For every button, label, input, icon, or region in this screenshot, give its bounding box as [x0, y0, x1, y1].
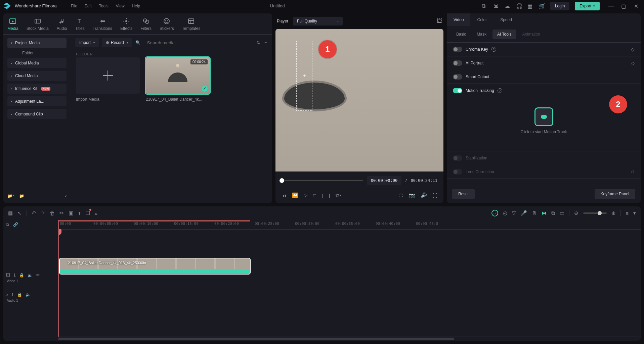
zoom-out-icon[interactable]: ⊖ [574, 210, 578, 216]
timeline-clip[interactable]: 210917_04_Ballet Dancer_4k_013_4k_25000b… [59, 258, 251, 275]
display-icon[interactable]: 🖵 [398, 193, 403, 198]
cloud-icon[interactable]: ☁ [505, 3, 511, 9]
mark-out-icon[interactable]: } [329, 193, 330, 198]
subtab-animation[interactable]: Animation [517, 30, 545, 39]
tab-stock-media[interactable]: Stock Media [23, 15, 53, 34]
minimize-icon[interactable]: — [608, 3, 614, 9]
mute-icon[interactable]: 🔈 [26, 292, 31, 297]
tab-effects[interactable]: Effects [116, 15, 136, 34]
preview-frame[interactable]: + 1 [275, 29, 443, 171]
audio-mixer-icon[interactable]: 🎚 [532, 210, 537, 216]
timeline-view-icon[interactable]: ≡ [626, 210, 629, 216]
crop-icon[interactable]: ▣ [69, 210, 73, 216]
text-icon[interactable]: T [78, 210, 81, 216]
sidebar-item-project-media[interactable]: ▾ Project Media [7, 38, 67, 48]
copies-icon[interactable]: ❐ [86, 210, 90, 216]
tab-stickers[interactable]: Stickers [156, 15, 178, 34]
info-icon[interactable]: ? [491, 47, 496, 52]
stop-icon[interactable]: □ [313, 193, 316, 198]
tab-templates[interactable]: Templates [178, 15, 205, 34]
quality-selector[interactable]: Full Quality [293, 17, 343, 26]
video-track-head[interactable]: 🎞1 🔒 🔈 👁 Video 1 [3, 265, 58, 285]
add-track-icon[interactable]: ⧉ [6, 222, 9, 227]
volume-icon[interactable]: 🔊 [421, 192, 427, 198]
login-button[interactable]: Login [550, 2, 569, 10]
chroma-key-toggle[interactable] [453, 47, 462, 52]
ai-portrait-toggle[interactable] [453, 60, 462, 66]
pointer-icon[interactable]: ↖ [17, 210, 22, 216]
prev-frame-icon[interactable]: ⏮ [282, 193, 287, 198]
tab-audio[interactable]: Audio [53, 15, 71, 34]
lock-icon[interactable]: 🔒 [17, 292, 22, 297]
sidebar-item-folder[interactable]: Folder [7, 51, 67, 55]
inspector-tab-color[interactable]: Color [470, 13, 493, 26]
keyframe-panel-button[interactable]: Keyframe Panel [595, 189, 635, 199]
video-track-lane[interactable]: 210917_04_Ballet Dancer_4k_013_4k_25000b… [58, 256, 641, 276]
timeline-settings-icon[interactable]: ▾ [633, 210, 636, 216]
audio-track-head[interactable]: ♪1 🔒 🔈 Audio 1 [3, 285, 58, 304]
close-icon[interactable]: ✕ [634, 3, 640, 9]
new-folder-icon[interactable]: 📁⁺ [7, 194, 14, 198]
tab-media[interactable]: Media [3, 15, 23, 34]
grid-icon[interactable]: ▦ [8, 210, 13, 216]
undo-icon[interactable]: ↶ [32, 210, 36, 216]
motion-tracking-toggle[interactable] [453, 88, 462, 93]
tab-transitions[interactable]: Transitions [89, 15, 116, 34]
mute-icon[interactable]: 🔈 [28, 273, 33, 278]
subtab-ai-tools[interactable]: AI Tools [492, 30, 516, 39]
search-input[interactable] [144, 38, 253, 47]
maximize-icon[interactable]: ▢ [621, 3, 627, 9]
sidebar-item-cloud-media[interactable]: ▸ Cloud Media [7, 71, 67, 81]
reset-row-icon[interactable]: ↺ [631, 169, 635, 175]
zoom-in-icon[interactable]: ⊕ [611, 210, 616, 216]
play-icon[interactable]: ▷ [304, 192, 308, 198]
start-motion-track-button[interactable] [534, 107, 553, 126]
sort-icon[interactable]: ⇅ [257, 40, 260, 45]
delete-icon[interactable]: 🗑 [50, 210, 55, 216]
cart-icon[interactable]: 🛒 [539, 3, 545, 9]
marker-icon[interactable]: ▽ [512, 210, 516, 216]
inspector-tab-speed[interactable]: Speed [493, 13, 519, 26]
subtab-basic[interactable]: Basic [452, 30, 471, 39]
color-wheel-icon[interactable]: ◎ [503, 210, 507, 216]
mark-in-icon[interactable]: { [321, 193, 323, 198]
track-lane-empty[interactable] [58, 230, 641, 256]
qr-icon[interactable]: ▦ [527, 3, 533, 9]
record-button[interactable]: Record [102, 38, 132, 47]
redo-icon[interactable]: ↷ [41, 210, 45, 216]
zoom-slider[interactable] [583, 212, 607, 214]
cut-icon[interactable]: ✂ [59, 210, 64, 216]
snapshot-compare-icon[interactable]: 🖼 [437, 18, 442, 24]
snapshot-icon[interactable]: 📷 [409, 192, 415, 198]
search-icon[interactable]: 🔍 [135, 40, 140, 45]
visibility-icon[interactable]: 👁 [36, 273, 40, 278]
save-icon[interactable]: 🖫 [493, 3, 499, 9]
sidebar-item-adjustment-layer[interactable]: ▸ Adjustment La... [7, 96, 67, 106]
headphones-icon[interactable]: 🎧 [516, 3, 522, 9]
reset-row-icon[interactable]: ◇ [631, 60, 635, 66]
info-icon[interactable]: ? [498, 88, 502, 93]
more-icon[interactable]: ⋯ [263, 40, 267, 45]
collapse-sidebar-icon[interactable]: ‹ [65, 194, 67, 198]
lens-correction-toggle[interactable] [453, 169, 462, 175]
audio-track-lane[interactable] [58, 276, 641, 295]
fullscreen-icon[interactable]: ⛶ [432, 193, 437, 198]
ratio-icon[interactable]: ⧉▾ [336, 192, 341, 198]
import-media-card[interactable]: Import Media [76, 57, 140, 102]
smart-cutout-toggle[interactable] [453, 74, 462, 80]
sidebar-item-influence-kit[interactable]: ▸ Influence Kit NEW [7, 84, 67, 94]
timeline-scrollbar[interactable] [58, 337, 641, 341]
voiceover-icon[interactable]: 🎤 [521, 210, 527, 216]
lock-icon[interactable]: 🔒 [19, 273, 24, 278]
reset-row-icon[interactable]: ◇ [631, 47, 635, 52]
export-button[interactable]: Export [575, 2, 600, 10]
link-tracks-icon[interactable]: 🔗 [13, 222, 18, 227]
sidebar-item-compound-clip[interactable]: ▸ Compound Clip [7, 109, 67, 119]
inspector-tab-video[interactable]: Video [447, 13, 470, 26]
import-button[interactable]: Import [75, 38, 99, 47]
render-icon[interactable]: ⧉ [551, 210, 555, 216]
timeline-ruler[interactable]: 00:00 00:00:05:00 00:00:10:00 00:00:15:0… [58, 220, 641, 230]
sidebar-item-global-media[interactable]: ▸ Global Media [7, 58, 67, 68]
step-back-icon[interactable]: ⏪ [292, 192, 298, 198]
media-clip-card[interactable]: 00:00:24 ✓ 210917_04_Ballet Dancer_4k... [146, 57, 210, 102]
